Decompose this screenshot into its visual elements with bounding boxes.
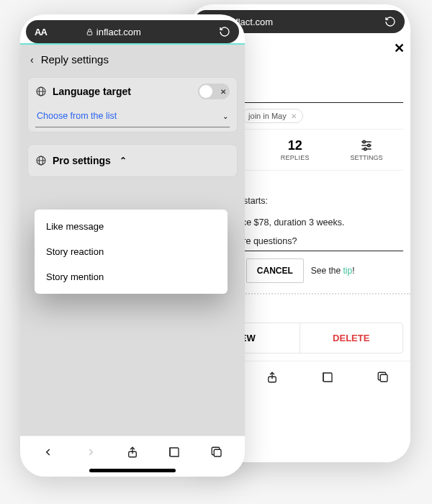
menu-item-story-mention[interactable]: Story mention	[35, 264, 228, 289]
reload-icon[interactable]	[384, 16, 396, 27]
chevron-up-icon: ⌃	[120, 156, 127, 166]
language-dropdown[interactable]: Choose from the list ⌄	[35, 107, 230, 127]
url-bar[interactable]: AA inflact.com	[26, 20, 239, 43]
language-target-card: Language target ✕ Choose from the list ⌄	[27, 77, 238, 132]
back-icon[interactable]	[34, 447, 63, 457]
menu-item-like-message[interactable]: Like message	[35, 214, 228, 239]
tabs-icon[interactable]	[369, 371, 397, 384]
reload-icon[interactable]	[219, 26, 230, 37]
svg-point-6	[364, 148, 366, 150]
card-title: Pro settings	[53, 155, 111, 166]
url-host: inflact.com	[96, 27, 141, 37]
close-icon[interactable]: ✕	[394, 40, 405, 56]
language-toggle[interactable]: ✕	[198, 84, 230, 99]
cancel-button[interactable]: CANCEL	[246, 258, 304, 283]
svg-rect-9	[87, 32, 91, 35]
chevron-down-icon: ⌄	[222, 112, 228, 120]
svg-point-4	[363, 140, 365, 143]
home-indicator	[89, 469, 176, 472]
tip-text[interactable]: See the tip!	[311, 266, 355, 276]
svg-point-5	[368, 144, 370, 146]
share-icon[interactable]	[118, 446, 147, 459]
truncated-row	[20, 177, 245, 181]
card-title: Language target	[53, 86, 131, 97]
safari-toolbar	[20, 436, 245, 467]
bookmarks-icon[interactable]	[313, 371, 342, 384]
text-size-icon[interactable]: AA	[35, 27, 47, 37]
x-icon: ✕	[220, 88, 226, 96]
delete-button[interactable]: DELETE	[300, 323, 403, 353]
bookmarks-icon[interactable]	[160, 446, 189, 459]
lock-icon	[86, 28, 94, 36]
pro-settings-menu: Like message Story reaction Story mentio…	[35, 210, 228, 294]
forward-icon[interactable]	[76, 447, 105, 457]
menu-item-story-reaction[interactable]: Story reaction	[35, 239, 228, 264]
chevron-left-icon[interactable]: ‹	[30, 54, 34, 66]
dropdown-label: Choose from the list	[37, 111, 117, 121]
globe-icon	[35, 155, 47, 166]
share-icon[interactable]	[258, 371, 287, 384]
back-header[interactable]: ‹ Reply settings	[20, 45, 245, 74]
page-title: Reply settings	[41, 53, 109, 66]
pro-settings-card[interactable]: Pro settings ⌃	[27, 144, 238, 177]
settings-button[interactable]: SETTINGS	[351, 138, 383, 161]
svg-rect-8	[380, 374, 387, 382]
globe-icon	[35, 86, 47, 97]
x-icon[interactable]: ✕	[291, 112, 297, 120]
stat-replies: 12 REPLIES	[281, 138, 310, 161]
svg-rect-17	[214, 449, 221, 456]
keyword-chip[interactable]: join in May✕	[242, 109, 303, 123]
tabs-icon[interactable]	[202, 446, 231, 459]
